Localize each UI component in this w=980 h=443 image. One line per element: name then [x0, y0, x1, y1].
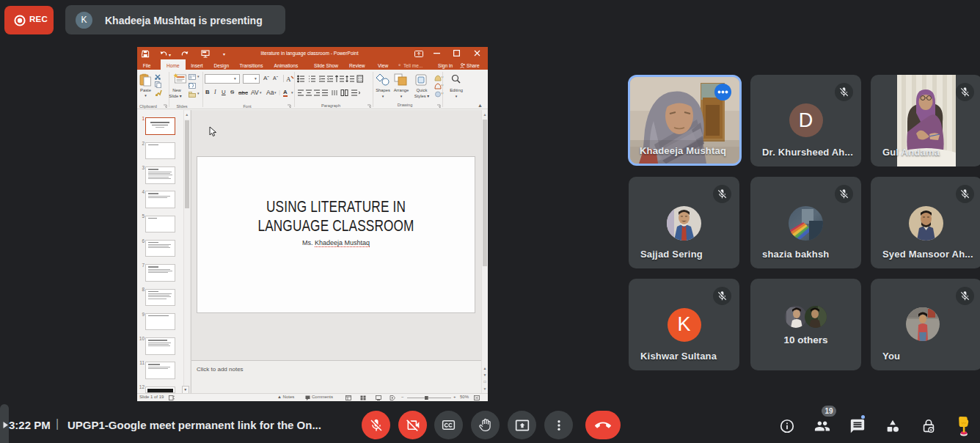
svg-text:A: A	[286, 76, 291, 83]
